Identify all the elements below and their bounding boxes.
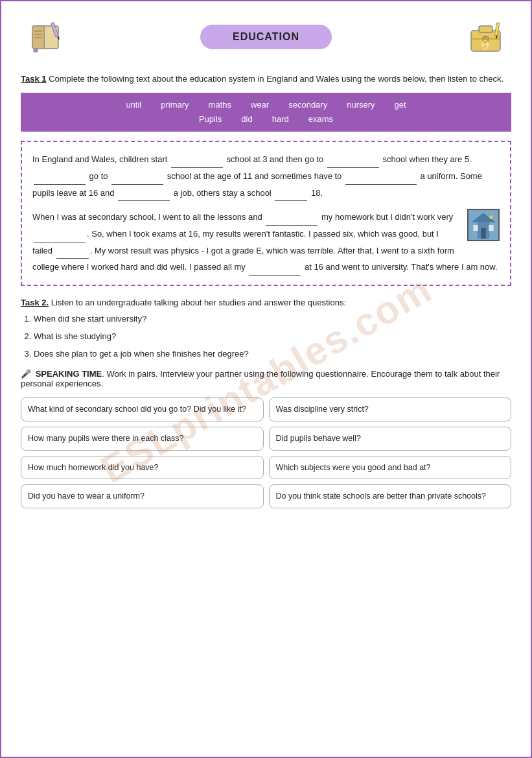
page: EDUCATION Task 1 Complete the followin — [0, 0, 532, 758]
question-1: When did she start university? — [34, 314, 511, 324]
svg-point-24 — [489, 216, 493, 220]
task2-questions: When did she start university? What is s… — [34, 314, 511, 359]
speaking-label: SPEAKING TIME — [36, 369, 102, 379]
word-bank: until primary maths wear secondary nurse… — [21, 93, 511, 132]
book-icon — [21, 14, 73, 60]
q-right-3: Which subjects were you good and bad at? — [269, 456, 512, 480]
university-image — [467, 209, 500, 241]
q-right-4: Do you think state schools are better th… — [269, 484, 512, 508]
q-right-1: Was discipline very strict? — [269, 397, 512, 421]
fill-para2-wrapper: When I was at secondary school, I went t… — [32, 209, 500, 276]
svg-rect-23 — [489, 225, 493, 231]
svg-point-8 — [33, 49, 38, 53]
q-left-2: How many pupils were there in each class… — [21, 427, 264, 451]
task1-label: Task 1 — [21, 74, 47, 84]
q-left-1: What kind of secondary school did you go… — [21, 397, 264, 421]
svg-rect-10 — [479, 26, 492, 32]
speaking-block: 🎤 SPEAKING TIME. Work in pairs. Intervie… — [21, 369, 511, 388]
svg-rect-22 — [473, 225, 478, 231]
q-right-2: Did pupils behave well? — [269, 427, 512, 451]
task1-text: Task 1 Complete the following text about… — [21, 74, 511, 84]
header-title-wrapper: EDUCATION — [73, 25, 459, 49]
word-bank-row1: until primary maths wear secondary nurse… — [27, 98, 505, 112]
microphone-icon: 🎤 — [21, 369, 31, 379]
q-left-4: Did you have to wear a uniform? — [21, 484, 264, 508]
task2-intro: Task 2. Listen to an undergraduate talki… — [21, 298, 511, 307]
fill-para2: When I was at secondary school, I went t… — [32, 209, 500, 276]
task2-label: Task 2. — [21, 298, 49, 307]
task2-block: Task 2. Listen to an undergraduate talki… — [21, 298, 511, 359]
word-bank-row2: Pupils did hard exams — [27, 112, 505, 126]
page-title: EDUCATION — [200, 25, 332, 49]
fill-text-box: In England and Wales, children start sch… — [21, 141, 511, 286]
briefcase-icon — [459, 14, 511, 60]
question-3: Does she plan to get a job when she fini… — [34, 349, 511, 359]
fill-para1: In England and Wales, children start sch… — [32, 151, 500, 201]
q-left-3: How much homework did you have? — [21, 456, 264, 480]
task1-block: Task 1 Complete the following text about… — [21, 74, 511, 84]
question-2: What is she studying? — [34, 331, 511, 341]
questionnaire-grid: What kind of secondary school did you go… — [21, 397, 511, 508]
header: EDUCATION — [21, 14, 511, 60]
svg-rect-21 — [481, 228, 485, 239]
speaking-text: 🎤 SPEAKING TIME. Work in pairs. Intervie… — [21, 369, 511, 388]
svg-rect-12 — [483, 36, 489, 41]
